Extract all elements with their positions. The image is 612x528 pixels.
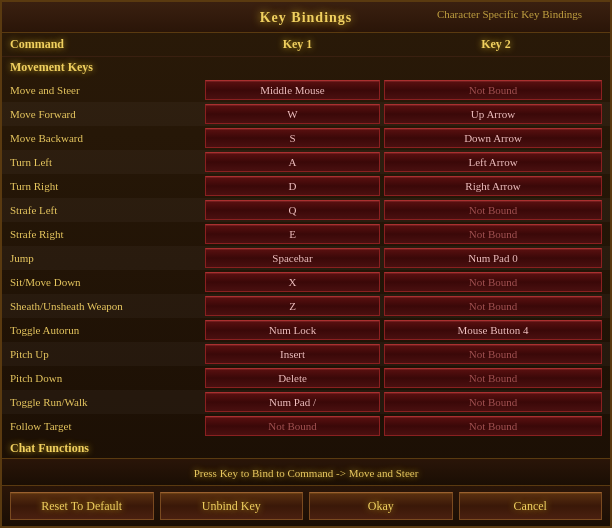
key1-binding[interactable]: A xyxy=(205,152,380,172)
key2-binding[interactable]: Not Bound xyxy=(384,368,602,388)
key1-binding[interactable]: Middle Mouse xyxy=(205,80,380,100)
section-movement-keys: Movement Keys xyxy=(2,57,610,78)
command-label: Pitch Up xyxy=(10,348,205,360)
table-row: Move and SteerMiddle MouseNot Bound xyxy=(2,78,610,102)
command-label: Toggle Run/Walk xyxy=(10,396,205,408)
key1-binding[interactable]: Insert xyxy=(205,344,380,364)
key2-binding[interactable]: Num Pad 0 xyxy=(384,248,602,268)
command-label: Strafe Right xyxy=(10,228,205,240)
key2-binding[interactable]: Mouse Button 4 xyxy=(384,320,602,340)
command-label: Follow Target xyxy=(10,420,205,432)
key1-binding[interactable]: Z xyxy=(205,296,380,316)
key1-binding[interactable]: D xyxy=(205,176,380,196)
command-label: Move and Steer xyxy=(10,84,205,96)
table-row: Pitch DownDeleteNot Bound xyxy=(2,366,610,390)
window-title: Key Bindings xyxy=(260,10,353,25)
command-label: Turn Left xyxy=(10,156,205,168)
cancel-button[interactable]: Cancel xyxy=(459,492,603,520)
section-chat-functions: Chat Functions xyxy=(2,438,610,458)
key2-binding[interactable]: Not Bound xyxy=(384,224,602,244)
key1-binding[interactable]: Delete xyxy=(205,368,380,388)
command-label: Pitch Down xyxy=(10,372,205,384)
bottom-bar: Reset To Default Unbind Key Okay Cancel xyxy=(2,486,610,526)
key2-header: Key 2 xyxy=(390,37,602,52)
command-label: Move Backward xyxy=(10,132,205,144)
key1-binding[interactable]: X xyxy=(205,272,380,292)
key2-binding[interactable]: Not Bound xyxy=(384,344,602,364)
key1-header: Key 1 xyxy=(205,37,390,52)
table-row: Move BackwardSDown Arrow xyxy=(2,126,610,150)
command-label: Jump xyxy=(10,252,205,264)
unbind-button[interactable]: Unbind Key xyxy=(160,492,304,520)
okay-button[interactable]: Okay xyxy=(309,492,453,520)
key2-binding[interactable]: Not Bound xyxy=(384,296,602,316)
table-row: Move ForwardWUp Arrow xyxy=(2,102,610,126)
column-headers: Command Key 1 Key 2 xyxy=(2,33,610,57)
command-header: Command xyxy=(10,37,205,52)
key1-binding[interactable]: E xyxy=(205,224,380,244)
key2-binding[interactable]: Not Bound xyxy=(384,392,602,412)
key2-binding[interactable]: Not Bound xyxy=(384,80,602,100)
key-bindings-window: Key Bindings Character Specific Key Bind… xyxy=(0,0,612,528)
status-bar: Press Key to Bind to Command -> Move and… xyxy=(2,458,610,486)
table-row: Turn RightDRight Arrow xyxy=(2,174,610,198)
key1-binding[interactable]: Num Lock xyxy=(205,320,380,340)
table-row: Strafe LeftQNot Bound xyxy=(2,198,610,222)
table-row: Sheath/Unsheath WeaponZNot Bound xyxy=(2,294,610,318)
command-label: Sheath/Unsheath Weapon xyxy=(10,300,205,312)
key1-binding[interactable]: Num Pad / xyxy=(205,392,380,412)
key1-binding[interactable]: S xyxy=(205,128,380,148)
table-row: JumpSpacebarNum Pad 0 xyxy=(2,246,610,270)
table-row: Toggle Run/WalkNum Pad /Not Bound xyxy=(2,390,610,414)
key2-binding[interactable]: Right Arrow xyxy=(384,176,602,196)
command-label: Strafe Left xyxy=(10,204,205,216)
key2-binding[interactable]: Not Bound xyxy=(384,416,602,436)
command-label: Toggle Autorun xyxy=(10,324,205,336)
command-label: Sit/Move Down xyxy=(10,276,205,288)
key2-binding[interactable]: Left Arrow xyxy=(384,152,602,172)
status-text: Press Key to Bind to Command -> Move and… xyxy=(194,467,419,479)
key1-binding[interactable]: W xyxy=(205,104,380,124)
key2-binding[interactable]: Down Arrow xyxy=(384,128,602,148)
table-row: Sit/Move DownXNot Bound xyxy=(2,270,610,294)
title-bar: Key Bindings Character Specific Key Bind… xyxy=(2,2,610,33)
key1-binding[interactable]: Q xyxy=(205,200,380,220)
bindings-scroll-area[interactable]: Movement Keys Move and SteerMiddle Mouse… xyxy=(2,57,610,458)
table-row: Follow TargetNot BoundNot Bound xyxy=(2,414,610,438)
command-label: Move Forward xyxy=(10,108,205,120)
key1-binding[interactable]: Not Bound xyxy=(205,416,380,436)
key2-binding[interactable]: Not Bound xyxy=(384,200,602,220)
key1-binding[interactable]: Spacebar xyxy=(205,248,380,268)
table-row: Turn LeftALeft Arrow xyxy=(2,150,610,174)
char-specific-label: Character Specific Key Bindings xyxy=(437,8,582,20)
key2-binding[interactable]: Not Bound xyxy=(384,272,602,292)
key2-binding[interactable]: Up Arrow xyxy=(384,104,602,124)
command-label: Turn Right xyxy=(10,180,205,192)
table-row: Strafe RightENot Bound xyxy=(2,222,610,246)
table-row: Pitch UpInsertNot Bound xyxy=(2,342,610,366)
table-row: Toggle AutorunNum LockMouse Button 4 xyxy=(2,318,610,342)
reset-button[interactable]: Reset To Default xyxy=(10,492,154,520)
